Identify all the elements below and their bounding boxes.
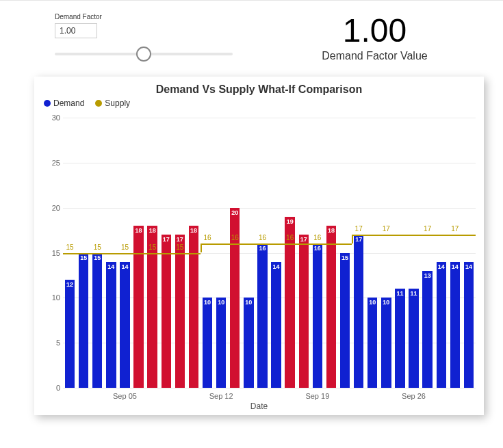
supply-value-label: 16 bbox=[259, 234, 266, 241]
demand-bar[interactable]: 15 bbox=[340, 253, 350, 388]
kpi-card: 1.00 Demand Factor Value bbox=[260, 13, 489, 62]
demand-bar[interactable]: 17 bbox=[354, 235, 363, 388]
demand-bar[interactable]: 17 bbox=[175, 235, 185, 388]
supply-value-label: 17 bbox=[451, 225, 459, 233]
bar-value-label: 10 bbox=[216, 299, 226, 306]
gridline bbox=[63, 208, 476, 209]
legend-item-supply[interactable]: Supply bbox=[95, 98, 130, 108]
supply-value-label: 16 bbox=[203, 234, 211, 241]
x-tick: Sep 19 bbox=[305, 392, 329, 400]
bar-value-label: 10 bbox=[381, 299, 391, 306]
gridline bbox=[63, 163, 476, 163]
chart-title: Demand Vs Supply What-If Comparison bbox=[34, 77, 484, 98]
plot-area: 0510152025301215151414181817171810102010… bbox=[63, 118, 476, 388]
bar-value-label: 18 bbox=[133, 227, 143, 234]
demand-bar[interactable]: 14 bbox=[106, 262, 116, 388]
y-tick: 20 bbox=[44, 204, 60, 212]
bar-value-label: 16 bbox=[257, 245, 267, 252]
y-tick: 30 bbox=[44, 114, 60, 122]
bar-value-label: 20 bbox=[230, 209, 240, 216]
demand-bar[interactable]: 15 bbox=[79, 253, 88, 388]
gridline bbox=[63, 388, 476, 388]
slider-value-input[interactable]: 1.00 bbox=[55, 23, 97, 38]
bar-value-label: 17 bbox=[299, 236, 309, 243]
kpi-label: Demand Factor Value bbox=[260, 50, 489, 62]
kpi-value: 1.00 bbox=[260, 14, 489, 47]
bar-value-label: 11 bbox=[395, 290, 404, 297]
supply-value-label: 15 bbox=[66, 243, 73, 251]
slider-label: Demand Factor bbox=[55, 13, 233, 21]
supply-value-label: 15 bbox=[121, 243, 129, 251]
demand-bar[interactable]: 19 bbox=[285, 217, 294, 388]
x-tick: Sep 26 bbox=[402, 392, 426, 400]
supply-value-label: 15 bbox=[176, 243, 183, 251]
demand-bar[interactable]: 17 bbox=[162, 235, 171, 388]
demand-bar[interactable]: 11 bbox=[409, 289, 418, 388]
bar-value-label: 17 bbox=[354, 236, 363, 243]
y-tick: 15 bbox=[44, 249, 60, 257]
demand-bar[interactable]: 13 bbox=[422, 271, 432, 388]
bar-value-label: 18 bbox=[189, 227, 198, 234]
demand-factor-slicer: Demand Factor 1.00 bbox=[55, 13, 233, 64]
demand-bar[interactable]: 14 bbox=[464, 262, 474, 388]
demand-bar[interactable]: 10 bbox=[216, 298, 226, 388]
demand-bar[interactable]: 12 bbox=[65, 280, 75, 388]
demand-bar[interactable]: 18 bbox=[133, 226, 143, 388]
supply-value-label: 16 bbox=[231, 234, 239, 241]
bar-value-label: 18 bbox=[326, 227, 336, 234]
demand-bar[interactable]: 16 bbox=[257, 243, 267, 388]
bar-value-label: 18 bbox=[147, 227, 157, 234]
supply-value-label: 17 bbox=[383, 225, 390, 233]
supply-step bbox=[201, 243, 352, 245]
demand-bar[interactable]: 10 bbox=[244, 298, 253, 388]
bar-value-label: 10 bbox=[244, 299, 253, 306]
bar-value-label: 14 bbox=[271, 263, 281, 270]
gridline bbox=[63, 118, 476, 118]
supply-swatch-icon bbox=[95, 100, 102, 107]
demand-bar[interactable]: 10 bbox=[381, 298, 391, 388]
bar-value-label: 19 bbox=[285, 218, 294, 225]
demand-bar[interactable]: 14 bbox=[120, 262, 129, 388]
demand-bar[interactable]: 14 bbox=[450, 262, 460, 388]
bar-value-label: 16 bbox=[313, 245, 322, 252]
slider-track[interactable] bbox=[55, 44, 233, 64]
slider-thumb[interactable] bbox=[136, 47, 151, 62]
bar-value-label: 10 bbox=[203, 299, 212, 306]
bar-value-label: 14 bbox=[464, 263, 474, 270]
chart-card: Demand Vs Supply What-If Comparison Dema… bbox=[34, 77, 484, 415]
demand-bar[interactable]: 18 bbox=[189, 226, 198, 388]
bar-value-label: 13 bbox=[422, 272, 432, 279]
legend-label: Supply bbox=[105, 98, 130, 108]
x-axis-label: Date bbox=[34, 401, 484, 411]
demand-bar[interactable]: 14 bbox=[271, 262, 281, 388]
demand-bar[interactable]: 10 bbox=[367, 298, 377, 388]
demand-bar[interactable]: 15 bbox=[92, 253, 102, 388]
bar-value-label: 11 bbox=[409, 290, 418, 297]
demand-bar[interactable]: 18 bbox=[326, 226, 336, 388]
supply-step bbox=[352, 235, 476, 236]
bar-value-label: 17 bbox=[175, 236, 185, 243]
bar-value-label: 15 bbox=[92, 254, 102, 261]
demand-bar[interactable]: 14 bbox=[437, 262, 446, 388]
demand-bar[interactable]: 17 bbox=[299, 235, 309, 388]
demand-bar[interactable]: 10 bbox=[203, 298, 212, 388]
supply-value-label: 17 bbox=[424, 225, 431, 233]
bar-value-label: 10 bbox=[367, 299, 377, 306]
bar-value-label: 14 bbox=[106, 263, 116, 270]
supply-value-label: 16 bbox=[286, 234, 294, 241]
x-tick: Sep 12 bbox=[209, 392, 233, 400]
y-tick: 0 bbox=[44, 384, 60, 392]
supply-value-label: 16 bbox=[313, 234, 321, 241]
legend: Demand Supply bbox=[34, 98, 484, 111]
demand-bar[interactable]: 16 bbox=[313, 243, 322, 388]
bar-value-label: 14 bbox=[450, 263, 460, 270]
bar-value-label: 14 bbox=[437, 263, 446, 270]
supply-value-label: 15 bbox=[149, 243, 156, 251]
demand-swatch-icon bbox=[44, 100, 51, 107]
demand-bar[interactable]: 11 bbox=[395, 289, 404, 388]
y-tick: 25 bbox=[44, 159, 60, 167]
bar-value-label: 12 bbox=[65, 281, 75, 288]
bar-value-label: 17 bbox=[162, 236, 171, 243]
y-tick: 10 bbox=[44, 293, 60, 302]
legend-item-demand[interactable]: Demand bbox=[44, 98, 84, 108]
